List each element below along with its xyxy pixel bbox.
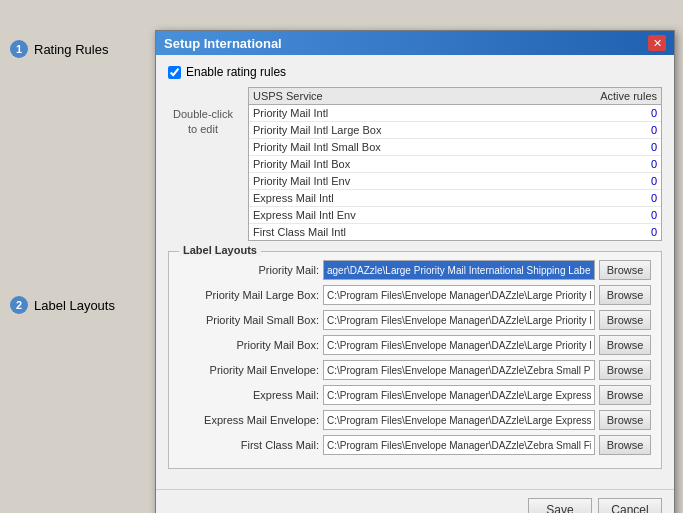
rating-table: USPS Service Active rules Priority Mail … <box>248 87 662 241</box>
sidebar-item-label-rating: Rating Rules <box>34 42 108 57</box>
service-name: Priority Mail Intl Env <box>253 175 587 187</box>
express-mail-envelope-input[interactable] <box>323 410 595 430</box>
priority-mail-small-box-label: Priority Mail Small Box: <box>179 314 319 326</box>
first-class-mail-input[interactable] <box>323 435 595 455</box>
header-usps-service: USPS Service <box>253 90 587 102</box>
table-row[interactable]: Priority Mail Intl Small Box 0 <box>249 139 661 156</box>
table-row[interactable]: First Class Mail Intl 0 <box>249 224 661 240</box>
service-name: Priority Mail Intl Large Box <box>253 124 587 136</box>
active-count: 0 <box>587 226 657 238</box>
header-active-rules: Active rules <box>587 90 657 102</box>
service-name: Express Mail Intl Env <box>253 209 587 221</box>
priority-mail-box-browse-button[interactable]: Browse <box>599 335 651 355</box>
dialog-footer: Save Cancel <box>156 489 674 513</box>
double-click-label: Double-clickto edit <box>168 87 238 241</box>
priority-mail-label: Priority Mail: <box>179 264 319 276</box>
label-layouts-section: Label Layouts Priority Mail: Browse Prio… <box>168 251 662 469</box>
enable-rating-rules-row: Enable rating rules <box>168 65 662 79</box>
priority-mail-envelope-input[interactable] <box>323 360 595 380</box>
first-class-mail-label: First Class Mail: <box>179 439 319 451</box>
priority-mail-row: Priority Mail: Browse <box>179 260 651 280</box>
cancel-button[interactable]: Cancel <box>598 498 662 513</box>
dialog-title: Setup International <box>164 36 282 51</box>
close-button[interactable]: ✕ <box>648 35 666 51</box>
label-layouts-badge: 2 <box>10 296 28 314</box>
sidebar-item-rating-rules[interactable]: 1 Rating Rules <box>10 40 155 58</box>
express-mail-browse-button[interactable]: Browse <box>599 385 651 405</box>
service-name: First Class Mail Intl <box>253 226 587 238</box>
service-name: Express Mail Intl <box>253 192 587 204</box>
rating-rules-section: Enable rating rules Double-clickto edit … <box>168 65 662 241</box>
table-row[interactable]: Priority Mail Intl Large Box 0 <box>249 122 661 139</box>
priority-mail-box-row: Priority Mail Box: Browse <box>179 335 651 355</box>
priority-mail-input[interactable] <box>323 260 595 280</box>
active-count: 0 <box>587 141 657 153</box>
service-name: Priority Mail Intl Small Box <box>253 141 587 153</box>
dialog-content: Enable rating rules Double-clickto edit … <box>156 55 674 489</box>
express-mail-row: Express Mail: Browse <box>179 385 651 405</box>
save-button[interactable]: Save <box>528 498 592 513</box>
priority-mail-box-label: Priority Mail Box: <box>179 339 319 351</box>
active-count: 0 <box>587 175 657 187</box>
service-name: Priority Mail Intl Box <box>253 158 587 170</box>
priority-mail-envelope-row: Priority Mail Envelope: Browse <box>179 360 651 380</box>
priority-mail-small-box-input[interactable] <box>323 310 595 330</box>
rating-table-container: Double-clickto edit USPS Service Active … <box>168 87 662 241</box>
sidebar-item-label-layouts[interactable]: 2 Label Layouts <box>10 296 155 314</box>
table-row[interactable]: Priority Mail Intl 0 <box>249 105 661 122</box>
sidebar-item-label-layouts-text: Label Layouts <box>34 298 115 313</box>
first-class-mail-row: First Class Mail: Browse <box>179 435 651 455</box>
priority-mail-large-box-browse-button[interactable]: Browse <box>599 285 651 305</box>
priority-mail-box-input[interactable] <box>323 335 595 355</box>
active-count: 0 <box>587 209 657 221</box>
enable-rating-rules-checkbox[interactable] <box>168 66 181 79</box>
table-row[interactable]: Express Mail Intl Env 0 <box>249 207 661 224</box>
label-layouts-legend: Label Layouts <box>179 244 261 256</box>
express-mail-envelope-label: Express Mail Envelope: <box>179 414 319 426</box>
service-name: Priority Mail Intl <box>253 107 587 119</box>
priority-mail-small-box-browse-button[interactable]: Browse <box>599 310 651 330</box>
priority-mail-browse-button[interactable]: Browse <box>599 260 651 280</box>
active-count: 0 <box>587 124 657 136</box>
table-header: USPS Service Active rules <box>249 88 661 105</box>
table-row[interactable]: Priority Mail Intl Env 0 <box>249 173 661 190</box>
rating-rules-badge: 1 <box>10 40 28 58</box>
priority-mail-envelope-browse-button[interactable]: Browse <box>599 360 651 380</box>
sidebar: 1 Rating Rules 2 Label Layouts <box>10 30 155 322</box>
first-class-mail-browse-button[interactable]: Browse <box>599 435 651 455</box>
express-mail-input[interactable] <box>323 385 595 405</box>
setup-international-dialog: Setup International ✕ Enable rating rule… <box>155 30 675 513</box>
priority-mail-envelope-label: Priority Mail Envelope: <box>179 364 319 376</box>
express-mail-envelope-row: Express Mail Envelope: Browse <box>179 410 651 430</box>
active-count: 0 <box>587 192 657 204</box>
priority-mail-large-box-label: Priority Mail Large Box: <box>179 289 319 301</box>
express-mail-envelope-browse-button[interactable]: Browse <box>599 410 651 430</box>
active-count: 0 <box>587 158 657 170</box>
table-row[interactable]: Priority Mail Intl Box 0 <box>249 156 661 173</box>
enable-rating-rules-label: Enable rating rules <box>186 65 286 79</box>
priority-mail-small-box-row: Priority Mail Small Box: Browse <box>179 310 651 330</box>
table-row[interactable]: Express Mail Intl 0 <box>249 190 661 207</box>
priority-mail-large-box-row: Priority Mail Large Box: Browse <box>179 285 651 305</box>
express-mail-label: Express Mail: <box>179 389 319 401</box>
dialog-title-bar: Setup International ✕ <box>156 31 674 55</box>
priority-mail-large-box-input[interactable] <box>323 285 595 305</box>
active-count: 0 <box>587 107 657 119</box>
